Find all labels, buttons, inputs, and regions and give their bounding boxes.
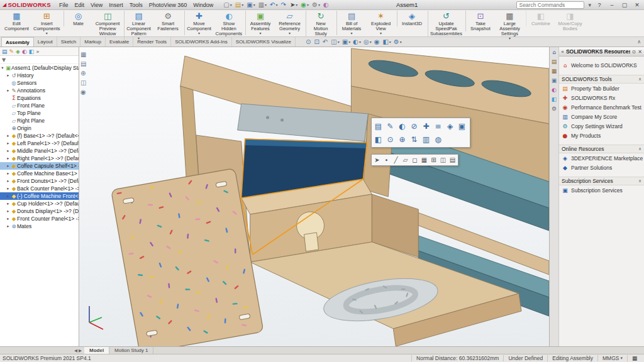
instant3d-button[interactable]: ◈ Instant3D [397,11,426,26]
menu-view[interactable]: View [87,2,106,8]
large-assembly-settings-button[interactable]: ▦ Large Assembly Settings ▾ [495,11,525,40]
isolate-icon[interactable]: ▣ [457,119,467,133]
expand-arrow[interactable]: ▸ [6,171,11,176]
solidworks-rx-link[interactable]: ✚ SOLIDWORKS Rx [559,93,644,102]
compare-my-score-link[interactable]: ▥ Compare My Score [559,112,644,121]
scenes-tab[interactable]: ◧ [552,96,557,102]
tree-item-assem1[interactable]: ▾ ▣ Assem1 (Default<Display State-1>) [0,64,79,72]
tree-item-coffee-machine-front[interactable]: ▸ ◆ (-) Coffee Machine Front<1> ->? [0,192,79,200]
maximize-button[interactable]: ▢ [620,2,629,8]
view-palette-tab[interactable]: ▣ [552,77,557,84]
transparency-icon[interactable]: ◍ [433,133,443,146]
zoom-to-selection-icon[interactable]: ⊙ [385,133,396,146]
configurationmanager-tab[interactable]: ◈ [16,48,20,55]
filter-mesh-icon[interactable]: ▦ [420,155,428,165]
search-dropdown-icon[interactable]: ▾ [588,2,591,8]
view-settings-icon[interactable]: ⚙ ▾ [394,38,402,45]
units-selector[interactable]: MMGS ▾ [597,355,627,361]
filter-select-icon[interactable]: ➤ [373,155,381,165]
chevron-up-icon[interactable]: ∧ [638,146,641,151]
options-icon[interactable]: ⚙ ▾ [311,2,321,8]
status-grid-icon[interactable]: ▦ [627,355,641,361]
graphics-area[interactable]: ▦▤⊕◫◉ ▤✎◐⊘✚≡◈▣ ◧⊙⊕⇅▥◍ ➤∙╱▱◻▦⊞◫▤ [79,47,549,346]
zoom-fit-icon[interactable]: ⊙ [306,38,311,45]
tree-item-coffee-capsule-shelf[interactable]: ▸ ◆ Coffee Capsule Shelf<1> ->? (Def [0,162,79,170]
tree-item-donuts-display[interactable]: ▸ ◆ Donuts Display<1> ->? (Default<... [0,207,79,215]
tree-item-back-counter-panel[interactable]: ▸ ◆ Back Counter Panel<1> ->? (Defa [0,185,79,192]
motion-nav-right-icon[interactable]: ▶ [79,348,82,353]
tree-item-right-panel[interactable]: ▸ ◆ Right Panel<1> ->? (Default<<D... [0,155,79,162]
tree-item-front-plane[interactable]: ▱ Front Plane [0,102,79,109]
previous-view-icon[interactable]: ↶ [323,38,328,45]
section-subscription-services[interactable]: Subscription Services ∧ [559,177,644,185]
mate-icon[interactable]: ✚ [421,119,431,133]
display-style-icon[interactable]: ◐ ▾ [353,38,361,45]
pattern-icon[interactable]: ▥ [421,133,431,146]
new-motion-study-button[interactable]: ↻ New Motion Study [306,11,335,36]
hide-show-items-icon[interactable]: ◎ ▾ [364,38,372,45]
collapse-pane-icon[interactable]: « [561,49,564,55]
tree-item-history[interactable]: ▸ ↺ History [0,72,79,79]
tree-item-cup-holder[interactable]: ▸ ◆ Cup Holder<1> ->? (Default<<D... [0,200,79,207]
zoom-area-icon[interactable]: ⊡ [314,38,319,45]
smart-fasteners-button[interactable]: ⚙ Smart Fasteners [153,11,183,31]
display-pane-icon[interactable]: ▦ [80,51,86,58]
edit-appearance-icon[interactable]: ◉ [374,38,380,45]
collapse-ribbon-icon[interactable]: ∧ [637,37,641,47]
select-icon[interactable]: ➤ ▾ [289,2,298,8]
move-copy-bodies-button[interactable]: ◨ Move/Copy Bodies [555,11,585,31]
displaymanager-tab[interactable]: ◧ [29,48,35,55]
appearances-tab[interactable]: ◐ [552,87,557,93]
expand-arrow[interactable]: ▸ [6,141,11,146]
show-hidden-components-button[interactable]: ◐ Show Hidden Components [214,11,245,36]
property-tab-builder-link[interactable]: ▤ Property Tab Builder [559,84,644,93]
component-preview-window-button[interactable]: ◫ Component Preview Window [93,11,123,36]
appearance-icon[interactable]: ◐ [323,2,330,8]
tree-item-top-plane[interactable]: ▱ Top Plane [0,109,79,117]
dimxpertmanager-tab[interactable]: ◐ [22,48,27,55]
expand-arrow[interactable]: ▸ [6,148,11,153]
move-icon[interactable]: ⇅ [409,133,419,146]
model-tab[interactable]: Model [84,347,109,354]
chevron-up-icon[interactable]: ∧ [638,178,641,184]
print-icon[interactable]: ▥ ▾ [258,2,267,8]
design-library-tab[interactable]: ▤ [552,58,557,65]
3dexperience-marketplace-link[interactable]: ◈ 3DEXPERIENCE Marketplace [559,153,644,163]
pane-split-icon[interactable]: ◫ [80,79,86,86]
menu-file[interactable]: File [56,2,72,8]
expand-arrow[interactable]: ▸ [6,209,11,214]
expand-arrow[interactable]: ▸ [6,163,11,168]
appearance-icon[interactable]: ◐ [397,119,408,133]
expand-arrow[interactable]: ▸ [6,88,11,93]
apply-scene-icon[interactable]: ◧ ▾ [382,38,391,45]
filter-surface-icon[interactable]: ◫ [439,155,447,165]
save-icon[interactable]: ▣ ▾ [246,2,255,8]
expand-arrow[interactable]: ▸ [6,156,11,161]
menu-photoview-360[interactable]: PhotoView 360 [146,2,190,8]
tree-item-front-donuts[interactable]: ▸ ◆ Front Donuts<1> ->? (Default<<... [0,177,79,185]
performance-benchmark-link[interactable]: ◉ Performance Benchmark Test [559,102,644,112]
search-commands-input[interactable] [516,1,584,9]
help-button[interactable]: ? [595,2,604,8]
bill-of-materials-button[interactable]: ▤ Bill of Materials ▾ [336,11,366,35]
tab-solidworks-visualize[interactable]: SOLIDWORKS Visualize [232,37,296,47]
tree-item-annotations[interactable]: ▸ ✎ Annotations [0,87,79,94]
selection-icon[interactable]: ⊕ [80,70,86,77]
partner-solutions-link[interactable]: ◆ Partner Solutions [559,163,644,172]
tree-item-base[interactable]: ▸ ◆ (f) Base<1> ->? (Default<<Defaul [0,132,79,140]
tree-item-left-panel[interactable]: ▸ ◆ Left Panel<1> ->? (Default<<Def... [0,140,79,147]
resources-tab[interactable]: ⌂ [552,49,556,55]
expand-arrow[interactable]: ▸ [6,224,11,229]
properties-icon[interactable]: ≡ [433,119,443,133]
menu-tools[interactable]: Tools [126,2,146,8]
fix-icon[interactable]: ⊕ [397,133,408,146]
close-button[interactable]: ✕ [633,2,641,8]
my-products-link[interactable]: ● My Products [559,131,644,140]
section-solidworks-tools[interactable]: SOLIDWORKS Tools ∧ [559,75,644,84]
expand-arrow[interactable]: ▸ [6,216,11,221]
file-explorer-tab[interactable]: ▦ [552,68,557,74]
tree-item-equations[interactable]: Σ Equations [0,94,79,102]
linear-component-pattern-button[interactable]: ▤ Linear Component Pattern ▾ [124,11,153,40]
tree-item-front-counter-panel[interactable]: ▸ ◆ Front Counter Panel<1> ->? (Def... [0,215,79,222]
rebuild-icon[interactable]: ◉ ▾ [300,2,309,8]
